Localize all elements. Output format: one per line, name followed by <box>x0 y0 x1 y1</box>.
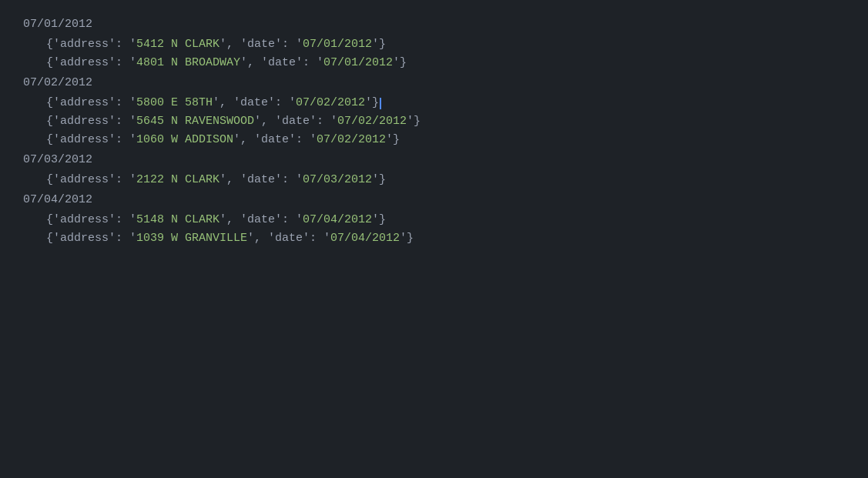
date-header: 07/02/2012 <box>23 74 845 92</box>
entry-line: {'address': '2122 N CLARK', 'date': '07/… <box>23 171 845 189</box>
date-header: 07/03/2012 <box>23 151 845 169</box>
date-group: 07/01/2012{'address': '5412 N CLARK', 'd… <box>23 15 845 72</box>
entry-line: {'address': '5800 E 58TH', 'date': '07/0… <box>23 94 845 112</box>
date-group: 07/02/2012{'address': '5800 E 58TH', 'da… <box>23 74 845 149</box>
entry-line: {'address': '5412 N CLARK', 'date': '07/… <box>23 35 845 54</box>
date-group: 07/03/2012{'address': '2122 N CLARK', 'd… <box>23 151 845 189</box>
output-container: 07/01/2012{'address': '5412 N CLARK', 'd… <box>23 15 845 248</box>
entry-line: {'address': '4801 N BROADWAY', 'date': '… <box>23 54 845 72</box>
date-header: 07/01/2012 <box>23 15 845 34</box>
entry-line: {'address': '5148 N CLARK', 'date': '07/… <box>23 211 845 229</box>
date-header: 07/04/2012 <box>23 191 845 209</box>
entry-line: {'address': '1060 W ADDISON', 'date': '0… <box>23 131 845 149</box>
entry-line: {'address': '1039 W GRANVILLE', 'date': … <box>23 229 845 248</box>
date-group: 07/04/2012{'address': '5148 N CLARK', 'd… <box>23 191 845 248</box>
entry-line: {'address': '5645 N RAVENSWOOD', 'date':… <box>23 112 845 131</box>
